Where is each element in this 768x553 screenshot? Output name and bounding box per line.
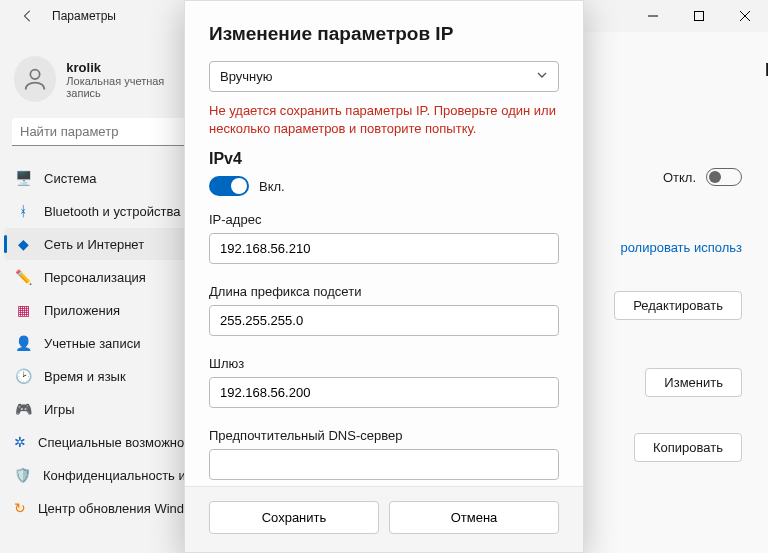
gateway-label: Шлюз	[209, 356, 559, 371]
nav-icon: 🛡️	[14, 466, 31, 484]
nav-icon: 👤	[14, 334, 32, 352]
nav-icon: 🎮	[14, 400, 32, 418]
nav-label: Конфиденциальность и защита	[43, 468, 201, 483]
toggle-off[interactable]	[706, 168, 742, 186]
nav-label: Сеть и Интернет	[44, 237, 144, 252]
nav-item-2[interactable]: ◆Сеть и Интернет	[4, 228, 201, 260]
avatar	[14, 56, 56, 102]
ipv4-toggle-label: Вкл.	[259, 179, 285, 194]
nav-label: Центр обновления Windows	[38, 501, 201, 516]
nav-icon: 🕑	[14, 367, 32, 385]
sidebar: krolik Локальная учетная запись 🖥️Систем…	[0, 32, 205, 553]
nav-icon: ✲	[14, 433, 26, 451]
nav-item-8[interactable]: ✲Специальные возможности	[4, 426, 201, 458]
search-input[interactable]	[12, 118, 193, 146]
mode-select[interactable]: Вручную	[209, 61, 559, 92]
nav-item-9[interactable]: 🛡️Конфиденциальность и защита	[4, 459, 201, 491]
nav-label: Специальные возможности	[38, 435, 201, 450]
svg-rect-1	[695, 12, 704, 21]
dns-input[interactable]	[209, 449, 559, 480]
user-block[interactable]: krolik Локальная учетная запись	[4, 48, 201, 118]
ipv4-toggle[interactable]	[209, 176, 249, 196]
dialog-title: Изменение параметров IP	[209, 23, 559, 45]
nav-label: Игры	[44, 402, 75, 417]
nav-icon: ✏️	[14, 268, 32, 286]
nav-item-7[interactable]: 🎮Игры	[4, 393, 201, 425]
cancel-button[interactable]: Отмена	[389, 501, 559, 534]
maximize-button[interactable]	[676, 0, 722, 32]
ip-settings-dialog: Изменение параметров IP Вручную Не удает…	[184, 0, 584, 553]
change-button[interactable]: Изменить	[645, 368, 742, 397]
nav-label: Персонализация	[44, 270, 146, 285]
nav-item-0[interactable]: 🖥️Система	[4, 162, 201, 194]
nav-icon: ᚼ	[14, 202, 32, 220]
nav-item-6[interactable]: 🕑Время и язык	[4, 360, 201, 392]
ipv4-heading: IPv4	[209, 150, 559, 168]
nav-label: Система	[44, 171, 96, 186]
nav-icon: ▦	[14, 301, 32, 319]
dns-label: Предпочтительный DNS-сервер	[209, 428, 559, 443]
save-button[interactable]: Сохранить	[209, 501, 379, 534]
nav-icon: 🖥️	[14, 169, 32, 187]
prefix-input[interactable]	[209, 305, 559, 336]
nav-icon: ↻	[14, 499, 26, 517]
link-fragment[interactable]: ролировать использ	[620, 224, 742, 263]
nav-list: 🖥️СистемаᚼBluetooth и устройства◆Сеть и …	[4, 162, 201, 524]
toggle-off-label: Откл.	[663, 170, 696, 185]
nav-label: Bluetooth и устройства	[44, 204, 180, 219]
mode-select-value: Вручную	[220, 69, 272, 84]
nav-item-10[interactable]: ↻Центр обновления Windows	[4, 492, 201, 524]
nav-item-3[interactable]: ✏️Персонализация	[4, 261, 201, 293]
nav-item-1[interactable]: ᚼBluetooth и устройства	[4, 195, 201, 227]
error-message: Не удается сохранить параметры IP. Прове…	[209, 102, 559, 138]
user-subtitle: Локальная учетная запись	[66, 75, 191, 99]
copy-button[interactable]: Копировать	[634, 433, 742, 462]
prefix-label: Длина префикса подсети	[209, 284, 559, 299]
user-name: krolik	[66, 60, 191, 75]
minimize-button[interactable]	[630, 0, 676, 32]
nav-label: Приложения	[44, 303, 120, 318]
gateway-input[interactable]	[209, 377, 559, 408]
nav-item-4[interactable]: ▦Приложения	[4, 294, 201, 326]
nav-label: Учетные записи	[44, 336, 140, 351]
ip-label: IP-адрес	[209, 212, 559, 227]
close-button[interactable]	[722, 0, 768, 32]
nav-icon: ◆	[14, 235, 32, 253]
back-button[interactable]	[16, 4, 40, 28]
nav-item-5[interactable]: 👤Учетные записи	[4, 327, 201, 359]
nav-label: Время и язык	[44, 369, 126, 384]
svg-point-4	[30, 70, 39, 79]
edit-button[interactable]: Редактировать	[614, 291, 742, 320]
chevron-down-icon	[536, 69, 548, 84]
ip-input[interactable]	[209, 233, 559, 264]
